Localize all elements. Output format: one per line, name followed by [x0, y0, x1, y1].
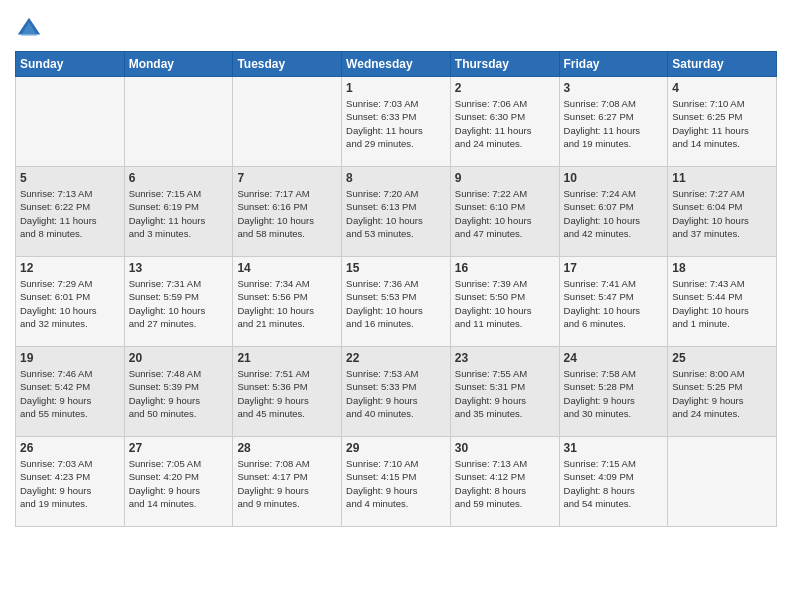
- day-info: Sunrise: 7:39 AM Sunset: 5:50 PM Dayligh…: [455, 277, 555, 330]
- day-header-thursday: Thursday: [450, 52, 559, 77]
- day-number: 5: [20, 171, 120, 185]
- header: [15, 10, 777, 43]
- day-cell: 7Sunrise: 7:17 AM Sunset: 6:16 PM Daylig…: [233, 167, 342, 257]
- day-cell: 8Sunrise: 7:20 AM Sunset: 6:13 PM Daylig…: [342, 167, 451, 257]
- day-number: 8: [346, 171, 446, 185]
- day-cell: [668, 437, 777, 527]
- day-cell: 26Sunrise: 7:03 AM Sunset: 4:23 PM Dayli…: [16, 437, 125, 527]
- day-info: Sunrise: 7:15 AM Sunset: 6:19 PM Dayligh…: [129, 187, 229, 240]
- day-cell: 24Sunrise: 7:58 AM Sunset: 5:28 PM Dayli…: [559, 347, 668, 437]
- day-number: 25: [672, 351, 772, 365]
- logo: [15, 15, 47, 43]
- day-info: Sunrise: 7:36 AM Sunset: 5:53 PM Dayligh…: [346, 277, 446, 330]
- week-row-4: 26Sunrise: 7:03 AM Sunset: 4:23 PM Dayli…: [16, 437, 777, 527]
- day-header-friday: Friday: [559, 52, 668, 77]
- day-number: 19: [20, 351, 120, 365]
- logo-icon: [15, 15, 43, 43]
- day-info: Sunrise: 7:20 AM Sunset: 6:13 PM Dayligh…: [346, 187, 446, 240]
- day-cell: 27Sunrise: 7:05 AM Sunset: 4:20 PM Dayli…: [124, 437, 233, 527]
- day-number: 11: [672, 171, 772, 185]
- day-info: Sunrise: 7:08 AM Sunset: 6:27 PM Dayligh…: [564, 97, 664, 150]
- day-cell: 21Sunrise: 7:51 AM Sunset: 5:36 PM Dayli…: [233, 347, 342, 437]
- calendar-container: SundayMondayTuesdayWednesdayThursdayFrid…: [0, 0, 792, 537]
- day-info: Sunrise: 7:58 AM Sunset: 5:28 PM Dayligh…: [564, 367, 664, 420]
- day-number: 9: [455, 171, 555, 185]
- day-info: Sunrise: 7:24 AM Sunset: 6:07 PM Dayligh…: [564, 187, 664, 240]
- day-number: 15: [346, 261, 446, 275]
- day-number: 3: [564, 81, 664, 95]
- day-cell: 17Sunrise: 7:41 AM Sunset: 5:47 PM Dayli…: [559, 257, 668, 347]
- day-cell: 3Sunrise: 7:08 AM Sunset: 6:27 PM Daylig…: [559, 77, 668, 167]
- day-header-tuesday: Tuesday: [233, 52, 342, 77]
- day-number: 4: [672, 81, 772, 95]
- day-cell: 5Sunrise: 7:13 AM Sunset: 6:22 PM Daylig…: [16, 167, 125, 257]
- day-info: Sunrise: 7:08 AM Sunset: 4:17 PM Dayligh…: [237, 457, 337, 510]
- day-info: Sunrise: 7:05 AM Sunset: 4:20 PM Dayligh…: [129, 457, 229, 510]
- day-cell: 23Sunrise: 7:55 AM Sunset: 5:31 PM Dayli…: [450, 347, 559, 437]
- day-info: Sunrise: 7:31 AM Sunset: 5:59 PM Dayligh…: [129, 277, 229, 330]
- day-cell: 10Sunrise: 7:24 AM Sunset: 6:07 PM Dayli…: [559, 167, 668, 257]
- header-row: SundayMondayTuesdayWednesdayThursdayFrid…: [16, 52, 777, 77]
- day-info: Sunrise: 7:51 AM Sunset: 5:36 PM Dayligh…: [237, 367, 337, 420]
- day-cell: 13Sunrise: 7:31 AM Sunset: 5:59 PM Dayli…: [124, 257, 233, 347]
- day-number: 20: [129, 351, 229, 365]
- day-number: 16: [455, 261, 555, 275]
- week-row-3: 19Sunrise: 7:46 AM Sunset: 5:42 PM Dayli…: [16, 347, 777, 437]
- week-row-2: 12Sunrise: 7:29 AM Sunset: 6:01 PM Dayli…: [16, 257, 777, 347]
- day-number: 1: [346, 81, 446, 95]
- calendar-table: SundayMondayTuesdayWednesdayThursdayFrid…: [15, 51, 777, 527]
- day-header-sunday: Sunday: [16, 52, 125, 77]
- day-info: Sunrise: 7:22 AM Sunset: 6:10 PM Dayligh…: [455, 187, 555, 240]
- day-number: 29: [346, 441, 446, 455]
- day-info: Sunrise: 7:10 AM Sunset: 6:25 PM Dayligh…: [672, 97, 772, 150]
- day-cell: 20Sunrise: 7:48 AM Sunset: 5:39 PM Dayli…: [124, 347, 233, 437]
- day-number: 24: [564, 351, 664, 365]
- day-cell: [124, 77, 233, 167]
- day-number: 6: [129, 171, 229, 185]
- day-info: Sunrise: 7:03 AM Sunset: 4:23 PM Dayligh…: [20, 457, 120, 510]
- day-number: 7: [237, 171, 337, 185]
- day-number: 28: [237, 441, 337, 455]
- day-cell: 9Sunrise: 7:22 AM Sunset: 6:10 PM Daylig…: [450, 167, 559, 257]
- day-number: 26: [20, 441, 120, 455]
- day-info: Sunrise: 7:06 AM Sunset: 6:30 PM Dayligh…: [455, 97, 555, 150]
- day-number: 21: [237, 351, 337, 365]
- day-info: Sunrise: 7:17 AM Sunset: 6:16 PM Dayligh…: [237, 187, 337, 240]
- day-info: Sunrise: 8:00 AM Sunset: 5:25 PM Dayligh…: [672, 367, 772, 420]
- day-number: 18: [672, 261, 772, 275]
- day-header-wednesday: Wednesday: [342, 52, 451, 77]
- day-number: 10: [564, 171, 664, 185]
- day-number: 12: [20, 261, 120, 275]
- day-cell: 6Sunrise: 7:15 AM Sunset: 6:19 PM Daylig…: [124, 167, 233, 257]
- day-cell: 12Sunrise: 7:29 AM Sunset: 6:01 PM Dayli…: [16, 257, 125, 347]
- day-info: Sunrise: 7:13 AM Sunset: 4:12 PM Dayligh…: [455, 457, 555, 510]
- day-info: Sunrise: 7:13 AM Sunset: 6:22 PM Dayligh…: [20, 187, 120, 240]
- day-cell: 16Sunrise: 7:39 AM Sunset: 5:50 PM Dayli…: [450, 257, 559, 347]
- day-cell: [16, 77, 125, 167]
- day-info: Sunrise: 7:15 AM Sunset: 4:09 PM Dayligh…: [564, 457, 664, 510]
- day-cell: 14Sunrise: 7:34 AM Sunset: 5:56 PM Dayli…: [233, 257, 342, 347]
- day-info: Sunrise: 7:43 AM Sunset: 5:44 PM Dayligh…: [672, 277, 772, 330]
- day-info: Sunrise: 7:46 AM Sunset: 5:42 PM Dayligh…: [20, 367, 120, 420]
- day-number: 13: [129, 261, 229, 275]
- day-header-monday: Monday: [124, 52, 233, 77]
- day-cell: 29Sunrise: 7:10 AM Sunset: 4:15 PM Dayli…: [342, 437, 451, 527]
- day-cell: 18Sunrise: 7:43 AM Sunset: 5:44 PM Dayli…: [668, 257, 777, 347]
- day-header-saturday: Saturday: [668, 52, 777, 77]
- day-cell: 15Sunrise: 7:36 AM Sunset: 5:53 PM Dayli…: [342, 257, 451, 347]
- day-cell: 4Sunrise: 7:10 AM Sunset: 6:25 PM Daylig…: [668, 77, 777, 167]
- day-info: Sunrise: 7:55 AM Sunset: 5:31 PM Dayligh…: [455, 367, 555, 420]
- day-cell: 25Sunrise: 8:00 AM Sunset: 5:25 PM Dayli…: [668, 347, 777, 437]
- week-row-1: 5Sunrise: 7:13 AM Sunset: 6:22 PM Daylig…: [16, 167, 777, 257]
- day-number: 2: [455, 81, 555, 95]
- week-row-0: 1Sunrise: 7:03 AM Sunset: 6:33 PM Daylig…: [16, 77, 777, 167]
- day-cell: 30Sunrise: 7:13 AM Sunset: 4:12 PM Dayli…: [450, 437, 559, 527]
- day-info: Sunrise: 7:29 AM Sunset: 6:01 PM Dayligh…: [20, 277, 120, 330]
- day-cell: 11Sunrise: 7:27 AM Sunset: 6:04 PM Dayli…: [668, 167, 777, 257]
- day-number: 14: [237, 261, 337, 275]
- day-cell: 31Sunrise: 7:15 AM Sunset: 4:09 PM Dayli…: [559, 437, 668, 527]
- day-number: 23: [455, 351, 555, 365]
- day-cell: 28Sunrise: 7:08 AM Sunset: 4:17 PM Dayli…: [233, 437, 342, 527]
- day-info: Sunrise: 7:34 AM Sunset: 5:56 PM Dayligh…: [237, 277, 337, 330]
- day-number: 30: [455, 441, 555, 455]
